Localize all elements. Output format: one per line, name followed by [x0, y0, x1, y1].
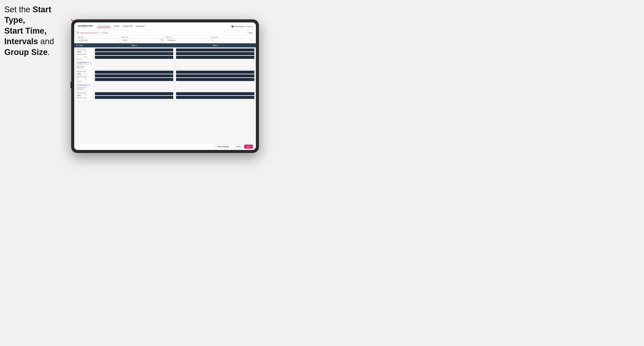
- refresh-icon-3-2: ↻: [169, 75, 170, 76]
- player-slot-6-1[interactable]: ↻ ✕: [176, 92, 254, 95]
- instruction-bold-3: Intervals: [4, 37, 38, 46]
- nav-rankings[interactable]: RANKINGS: [136, 25, 145, 28]
- instruction-bold-4: Group Size: [4, 48, 48, 57]
- logo-sub: Powered by clipp...: [78, 27, 93, 28]
- c-logo: C: [77, 32, 79, 34]
- starting-time-label-1: STARTING TIME:: [76, 48, 92, 50]
- player-slot-1-1[interactable]: ↻ ✕: [95, 48, 173, 51]
- player-slot-1-2[interactable]: ↻ ✕: [95, 52, 173, 55]
- back-button[interactable]: < Back: [248, 32, 253, 34]
- th-team2: Team 2: [175, 43, 256, 47]
- starting-hole-label-3: STARTING HOLE:: [76, 97, 92, 99]
- starting-time-input-3[interactable]: [76, 94, 84, 97]
- sign-out-link[interactable]: Sign out: [247, 26, 252, 27]
- group-row-1: STARTING TIME: 🕐 STARTING HOLE: ▲▼ COURS…: [74, 47, 256, 70]
- player-slot-3-3[interactable]: ↻ ✕: [95, 78, 173, 81]
- save-button[interactable]: Save: [244, 145, 253, 149]
- remove-group-2[interactable]: ○ Remove Group: [76, 87, 92, 88]
- group-3-left: STARTING TIME: 🕐 STARTING HOLE:: [74, 91, 94, 101]
- intervals-select[interactable]: 10 Minutes ▾: [166, 38, 208, 42]
- player-slot-5-1[interactable]: ↻ ✕: [95, 92, 173, 95]
- start-type-select[interactable]: 1st Tee Start ▾: [77, 38, 120, 42]
- starting-hole-input-2[interactable]: [76, 78, 84, 80]
- team1-cell-1: ↻ ✕ ↻ ✕ ↻ ✕: [94, 47, 175, 69]
- x-icon-3-1: ✕: [171, 71, 172, 73]
- add-group-2[interactable]: + Add Group: [76, 89, 92, 90]
- user-email: blair@clippd.io: [235, 26, 245, 27]
- hole-stepper-2[interactable]: ▲▼: [85, 78, 86, 80]
- x-icon-3-2: ✕: [171, 75, 172, 76]
- group-size-label: Group Size: [210, 36, 253, 38]
- player-slot-6-2[interactable]: ↻ ✕: [176, 96, 254, 99]
- player-slot-2-1[interactable]: ↻ ✕: [176, 48, 254, 51]
- course-remove-2[interactable]: ✕: [88, 84, 89, 86]
- refresh-icon-2-2: ↻: [250, 53, 252, 54]
- tournament-name[interactable]: Clippd Invitational (Mo...): [80, 32, 99, 34]
- course-more-2[interactable]: ▾: [90, 84, 90, 86]
- starting-hole-input-1[interactable]: [76, 55, 84, 58]
- starting-hole-input-row-2: ▲▼: [76, 78, 92, 80]
- course-remove-1[interactable]: ✕: [88, 62, 89, 64]
- nav-teams[interactable]: TEAMS: [114, 25, 120, 28]
- user-avatar: [231, 25, 234, 28]
- x-icon-3-3: ✕: [171, 79, 172, 80]
- x-icon-2-2: ✕: [252, 53, 253, 54]
- refresh-icon-1-1: ↻: [169, 49, 170, 51]
- player-slot-1-3[interactable]: ↻ ✕: [95, 56, 173, 59]
- add-group-1[interactable]: + Add Group: [76, 67, 92, 68]
- clock-icon-2: 🕐: [85, 73, 87, 75]
- player-slot-5-2[interactable]: ↻ ✕: [95, 96, 173, 99]
- clock-icon-3: 🕐: [85, 94, 87, 96]
- nav-right: blair@clippd.io | Sign out: [231, 25, 252, 28]
- starting-hole-input-row-1: ▲▼: [76, 55, 92, 58]
- group-1-left: STARTING TIME: 🕐 STARTING HOLE: ▲▼ COURS…: [74, 47, 94, 69]
- starting-time-input-row-2: 🕐: [76, 72, 92, 75]
- main-content: Tee Time Team 1 Team 2 STARTING TIME: 🕐 …: [74, 43, 256, 143]
- refresh-icon-5-1: ↻: [169, 93, 170, 94]
- instruction-text: Set the Start Type, Start Time, Interval…: [4, 4, 71, 57]
- group-size-select[interactable]: 3 ▾: [210, 38, 253, 42]
- tablet-frame: SCOREBOARD Powered by clipp... TOURNAMEN…: [71, 19, 259, 153]
- nav-tournaments[interactable]: TOURNAMENTS: [97, 25, 110, 28]
- starting-time-label-3: STARTING TIME:: [76, 92, 92, 94]
- instruction-normal-3: and: [38, 37, 54, 46]
- intervals-value: 10 Minutes: [168, 39, 176, 41]
- start-time-label: Start Time: [122, 36, 164, 38]
- nav-committee[interactable]: COMMITTEE: [122, 25, 133, 28]
- team2-cell-2: ↻ ✕ ↻ ✕ ↻ ✕: [175, 70, 256, 91]
- tablet-screen: SCOREBOARD Powered by clipp... TOURNAMEN…: [74, 22, 256, 150]
- remove-group-1[interactable]: Remove Group: [76, 65, 92, 67]
- course-label-1: COURSE:: [76, 59, 92, 60]
- course-icon-2: 🏌: [77, 84, 78, 86]
- start-time-select[interactable]: 10:00 ⏰: [122, 38, 164, 42]
- x-icon-2-3: ✕: [252, 57, 253, 58]
- starting-time-label-2: STARTING TIME:: [76, 71, 92, 72]
- clock-icon-1: 🕐: [85, 51, 87, 53]
- player-slot-3-1[interactable]: ↻ ✕: [95, 71, 173, 74]
- player-slot-2-2[interactable]: ↻ ✕: [176, 52, 254, 55]
- team1-cell-2: ↻ ✕ ↻ ✕ ↻ ✕: [94, 70, 175, 91]
- group-size-value: 3: [212, 39, 213, 41]
- player-slot-3-2[interactable]: ↻ ✕: [95, 74, 173, 77]
- refresh-icon-4-3: ↻: [250, 79, 252, 80]
- player-slot-4-3[interactable]: ↻ ✕: [176, 78, 254, 81]
- player-slot-4-2[interactable]: ↻ ✕: [176, 74, 254, 77]
- x-icon-6-2: ✕: [252, 97, 253, 98]
- start-time-group: Start Time 10:00 ⏰: [122, 36, 164, 42]
- player-slot-2-3[interactable]: ↻ ✕: [176, 56, 254, 59]
- reset-changes-button[interactable]: Reset Changes: [215, 145, 232, 149]
- course-more-1[interactable]: ▾: [90, 62, 90, 64]
- refresh-icon-1-2: ↻: [169, 53, 170, 54]
- starting-time-input-1[interactable]: [76, 50, 84, 53]
- x-icon-4-3: ✕: [252, 79, 253, 80]
- course-tag-1: 🏌 (A) Peachtree GC ✕ ▾: [76, 61, 92, 65]
- refresh-icon-4-1: ↻: [250, 71, 252, 73]
- x-icon-5-1: ✕: [171, 93, 172, 94]
- player-slot-4-1[interactable]: ↻ ✕: [176, 71, 254, 74]
- refresh-icon-2-3: ↻: [250, 57, 252, 58]
- nav-links: TOURNAMENTS TEAMS COMMITTEE RANKINGS: [97, 25, 231, 28]
- starting-time-input-2[interactable]: [76, 72, 84, 75]
- cancel-button[interactable]: Cancel: [233, 145, 243, 149]
- hole-stepper-1[interactable]: ▲▼: [85, 56, 86, 58]
- action-links-1: Remove Group + Add Group: [76, 65, 92, 68]
